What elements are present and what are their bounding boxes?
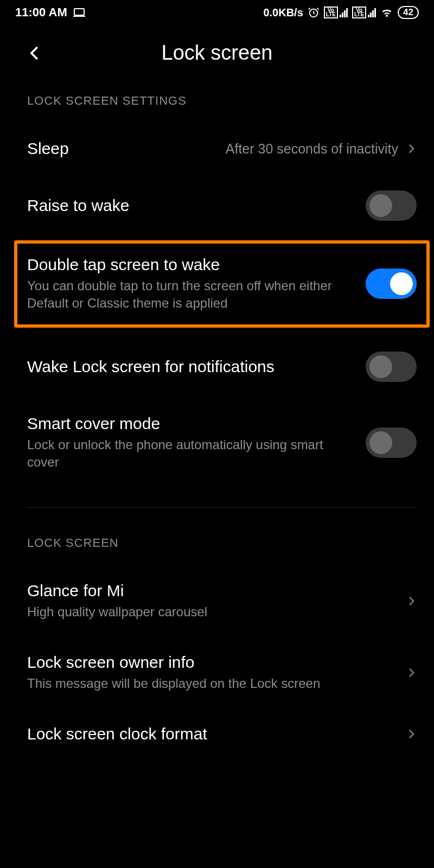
row-sleep[interactable]: Sleep After 30 seconds of inactivity bbox=[27, 123, 417, 174]
chevron-right-icon bbox=[406, 667, 417, 678]
back-button[interactable] bbox=[22, 40, 48, 66]
row-double-tap-to-wake[interactable]: Double tap screen to wake You can double… bbox=[27, 251, 417, 317]
wifi-icon bbox=[380, 6, 393, 19]
row-label: Raise to wake bbox=[27, 196, 355, 215]
toggle-smart-cover-mode[interactable] bbox=[366, 427, 417, 458]
row-label: Smart cover mode bbox=[27, 414, 355, 433]
row-desc: You can double tap to turn the screen of… bbox=[27, 277, 355, 312]
row-label: Sleep bbox=[27, 139, 215, 158]
toggle-raise-to-wake[interactable] bbox=[366, 190, 417, 221]
toggle-double-tap-to-wake[interactable] bbox=[366, 269, 417, 299]
highlight-double-tap: Double tap screen to wake You can double… bbox=[14, 240, 430, 328]
alarm-icon bbox=[308, 7, 320, 18]
row-smart-cover-mode[interactable]: Smart cover mode Lock or unlock the phon… bbox=[27, 398, 417, 488]
row-label: Lock screen owner info bbox=[27, 653, 395, 672]
row-desc: High quality wallpaper carousel bbox=[27, 603, 395, 621]
section-header-lock-screen: LOCK SCREEN bbox=[27, 536, 417, 550]
status-time: 11:00 AM bbox=[15, 5, 67, 20]
laptop-icon bbox=[73, 6, 86, 19]
section-divider bbox=[27, 507, 417, 508]
chevron-right-icon bbox=[406, 596, 417, 607]
battery-indicator: 42 bbox=[398, 6, 419, 19]
row-value: After 30 seconds of inactivity bbox=[226, 140, 398, 158]
status-net-speed: 0.0KB/s bbox=[263, 7, 303, 19]
toggle-wake-for-notifications[interactable] bbox=[366, 352, 417, 382]
row-label: Lock screen clock format bbox=[27, 725, 395, 743]
row-owner-info[interactable]: Lock screen owner info This message will… bbox=[27, 637, 417, 709]
chevron-right-icon bbox=[406, 143, 417, 154]
chevron-right-icon bbox=[406, 729, 417, 739]
status-bar: 11:00 AM 0.0KB/s VoLTE VoLTE 42 bbox=[0, 0, 434, 23]
row-wake-for-notifications[interactable]: Wake Lock screen for notifications bbox=[27, 335, 417, 398]
row-desc: This message will be displayed on the Lo… bbox=[27, 675, 395, 692]
row-label: Wake Lock screen for notifications bbox=[27, 358, 355, 376]
row-label: Double tap screen to wake bbox=[27, 256, 355, 274]
row-clock-format[interactable]: Lock screen clock format bbox=[27, 709, 417, 760]
svg-rect-0 bbox=[74, 9, 84, 15]
row-label: Glance for Mi bbox=[27, 582, 395, 600]
row-desc: Lock or unlock the phone automatically u… bbox=[27, 436, 355, 471]
page-header: Lock screen bbox=[0, 23, 434, 90]
row-raise-to-wake[interactable]: Raise to wake bbox=[27, 174, 417, 237]
sim2-icon: VoLTE bbox=[352, 7, 376, 18]
row-glance-for-mi[interactable]: Glance for Mi High quality wallpaper car… bbox=[27, 565, 417, 637]
page-title: Lock screen bbox=[15, 41, 419, 65]
sim1-icon: VoLTE bbox=[324, 7, 348, 18]
section-header-lock-screen-settings: LOCK SCREEN SETTINGS bbox=[27, 94, 417, 108]
